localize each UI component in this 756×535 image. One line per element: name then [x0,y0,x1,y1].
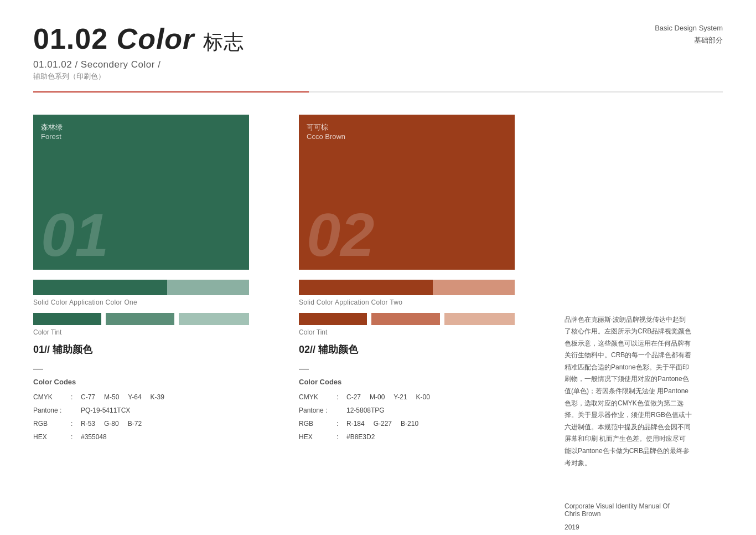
sidebar-body: 品牌色在克丽斯·波朗品牌视觉传达中起到了核心作用。左图所示为CRB品牌视觉颜色色… [565,314,692,470]
color2-pantone-label: Pantone : [299,404,332,417]
color1-pantone-label: Pantone : [33,404,66,417]
sidebar: 品牌色在克丽斯·波朗品牌视觉传达中起到了核心作用。左图所示为CRB品牌视觉颜色色… [542,115,723,532]
color1-solid-label: Solid Color Application Color One [33,299,277,306]
color2-rgb-b: B-210 [401,417,418,430]
color1-tint2 [106,313,174,325]
sidebar-footer: Corporate Visual Identity Manual Of Chri… [565,502,723,531]
color1-name-cn: 森林绿 [41,122,63,132]
header: 01.02 Color 标志 01.01.02 / Secondery Colo… [33,22,723,81]
color1-hex-label: HEX [33,430,66,444]
color1-bar-main [33,280,167,295]
color2-solid-bar [299,280,515,295]
color1-labels: 森林绿 Forest [41,122,63,141]
color1-rgb-r: R-53 [81,417,95,430]
color1-number: 01 [41,204,108,265]
color2-rgb-label: RGB [299,417,332,430]
color2-swatch-box: 可可棕 Ccco Brown 02 [299,115,515,270]
title-num: 01.02 [33,23,108,55]
color2-section-title: 02// 辅助颜色 [299,343,542,356]
color1-bar-light [167,280,249,295]
color2-rgb-r: R-184 [346,417,365,430]
color2-cmyk-c: C-27 [346,390,361,404]
color1-solid-bar [33,280,249,295]
color2-rgb-val: R-184 G-227 B-210 [346,417,418,430]
subtitle-cn: 辅助色系列（印刷色） [33,71,244,81]
color1-hex-row: HEX : #355048 [33,430,277,444]
color1-cmyk-val: C-77 M-50 Y-64 K-39 [81,390,164,404]
color2-pantone-val: 12-5808TPG [346,404,385,417]
color2-cmyk-val: C-27 M-00 Y-21 K-00 [346,390,430,404]
color2-codes-label: Color Codes [299,378,542,386]
color1-hex-val: #355048 [81,430,107,444]
color1-section-title: 01// 辅助颜色 [33,343,277,356]
color1-rgb-g: G-80 [104,417,119,430]
color2-cmyk-label: CMYK [299,390,332,404]
sidebar-container: 品牌色在克丽斯·波朗品牌视觉传达中起到了核心作用。左图所示为CRB品牌视觉颜色色… [565,115,723,532]
color1-rgb-label: RGB [33,417,66,430]
color1-pantone-row: Pantone : PQ-19-5411TCX [33,404,277,417]
color2-bar-light [433,280,515,295]
color2-tint2 [371,313,439,325]
color1-codes-label: Color Codes [33,378,277,386]
color1-rgb-b: B-72 [128,417,142,430]
color2-tint-label: Color Tint [299,328,542,336]
color1-cmyk-m: M-50 [104,390,119,404]
color2-tint3 [444,313,515,325]
color1-cmyk-label: CMYK [33,390,66,404]
color2-hex-label: HEX [299,430,332,444]
main-title: 01.02 Color 标志 [33,22,244,56]
color2-cmyk-y: Y-21 [393,390,407,404]
color1-swatch-box: 森林绿 Forest 01 [33,115,249,270]
color1-dash: — [33,363,277,374]
color1-cmyk-c: C-77 [81,390,95,404]
right-panel: 可可棕 Ccco Brown 02 Solid Color Applicatio… [299,115,542,532]
color2-hex-row: HEX : #B8E3D2 [299,430,542,444]
color2-hex-val: #B8E3D2 [346,430,375,444]
color1-swatch: 森林绿 Forest 01 [33,115,249,270]
color2-rgb-g: G-227 [374,417,392,430]
color2-number: 02 [307,204,374,265]
page: 01.02 Color 标志 01.01.02 / Secondery Colo… [0,0,756,535]
color2-cmyk-k: K-00 [416,390,430,404]
color1-tint-label: Color Tint [33,328,277,336]
color1-tint-row [33,313,249,325]
color2-tint1 [299,313,367,325]
color1-pantone-val: PQ-19-5411TCX [81,404,130,417]
color2-name-cn: 可可棕 [307,122,345,132]
color2-rgb-row: RGB : R-184 G-227 B-210 [299,417,542,430]
color2-code-table: CMYK : C-27 M-00 Y-21 K-00 Pantone : 12-… [299,390,542,444]
color1-name-en: Forest [41,132,63,141]
top-right: Basic Design System 基础部分 [655,22,723,47]
left-panel: 森林绿 Forest 01 Solid Color Application Co… [33,115,277,532]
color1-cmyk-k: K-39 [151,390,164,404]
color2-swatch: 可可棕 Ccco Brown 02 [299,115,515,270]
color2-cmyk-m: M-00 [370,390,385,404]
top-right-en: Basic Design System [655,22,723,34]
sidebar-footer-line2: Chris Brown [565,510,723,518]
color1-cmyk-y: Y-64 [128,390,141,404]
sidebar-footer-line1: Corporate Visual Identity Manual Of [565,502,723,510]
title-cn: 标志 [203,30,244,53]
color1-tint3 [179,313,249,325]
title-color: Color [117,23,195,55]
color2-name-en: Ccco Brown [307,132,345,141]
color2-cmyk-row: CMYK : C-27 M-00 Y-21 K-00 [299,390,542,404]
color1-tint1 [33,313,101,325]
color1-rgb-val: R-53 G-80 B-72 [81,417,142,430]
sidebar-footer-year: 2019 [565,523,723,531]
main-content: 森林绿 Forest 01 Solid Color Application Co… [33,115,723,532]
color2-pantone-row: Pantone : 12-5808TPG [299,404,542,417]
color2-bar-main [299,280,433,295]
title-block: 01.02 Color 标志 01.01.02 / Secondery Colo… [33,22,244,81]
color2-solid-label: Solid Color Application Color Two [299,299,542,306]
top-right-cn: 基础部分 [655,34,723,47]
header-divider [33,91,723,92]
color2-dash: — [299,363,542,374]
color2-labels: 可可棕 Ccco Brown [307,122,345,141]
color1-cmyk-row: CMYK : C-77 M-50 Y-64 K-39 [33,390,277,404]
color1-code-table: CMYK : C-77 M-50 Y-64 K-39 Pantone : PQ-… [33,390,277,444]
color1-rgb-row: RGB : R-53 G-80 B-72 [33,417,277,430]
color2-tint-row [299,313,515,325]
subtitle-en: 01.01.02 / Secondery Color / [33,59,244,70]
